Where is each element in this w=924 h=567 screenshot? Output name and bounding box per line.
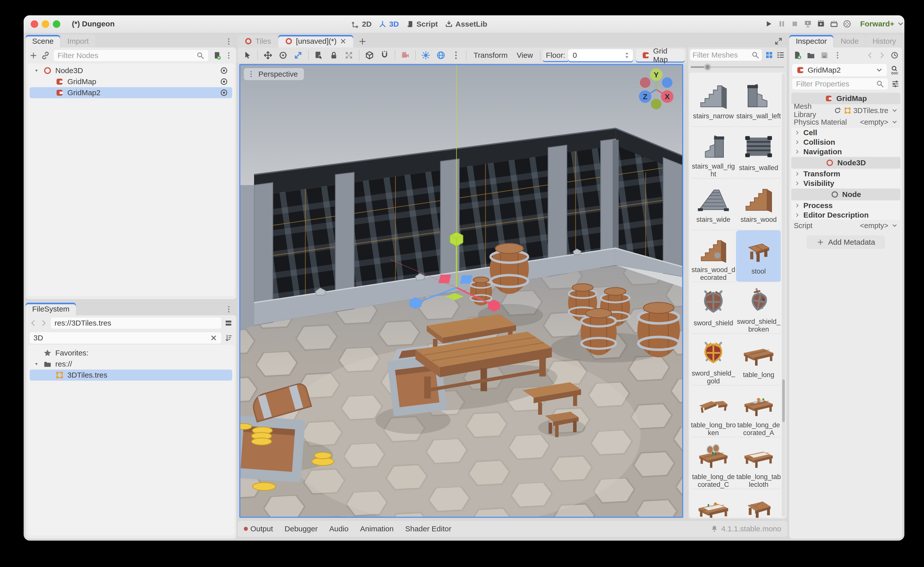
expander-icon[interactable] <box>33 68 40 74</box>
split-view-button[interactable] <box>224 319 233 327</box>
toolbar-menu-button[interactable] <box>448 51 464 60</box>
magnet-tool-button[interactable] <box>377 51 392 60</box>
visibility-toggle[interactable] <box>220 66 228 75</box>
mesh-item-partial-17[interactable] <box>736 489 781 518</box>
floor-spinbox[interactable]: 0 <box>568 49 633 61</box>
node-selector[interactable]: GridMap2 <box>792 63 887 76</box>
camera-tool-button[interactable] <box>398 51 413 60</box>
movie-maker-button[interactable] <box>841 17 853 30</box>
filter-files-input[interactable]: 3D <box>29 332 222 344</box>
zoom-window-button[interactable] <box>53 20 60 28</box>
mesh-item-table_long_decorated_A[interactable]: table_long_decorated_A <box>736 386 781 437</box>
tree-row-favorites-[interactable]: Favorites: <box>30 347 232 358</box>
history-back-icon[interactable] <box>29 319 37 327</box>
transform-menu[interactable]: Transform <box>469 51 512 60</box>
mesh-item-sword_shield_broken[interactable]: sword_shield_broken <box>736 282 781 334</box>
mesh-item-stairs_wide[interactable]: stairs_wide <box>691 178 736 230</box>
mesh-item-table_long[interactable]: table_long <box>736 334 781 386</box>
mesh-item-table_long_tablecloth[interactable]: table_long_tablecloth <box>736 437 781 489</box>
mesh-item-stairs_wood_decorated[interactable]: stairs_wood_decorated <box>691 230 736 282</box>
scene-tree-menu-button[interactable] <box>225 51 233 60</box>
scrollbar-thumb[interactable] <box>782 380 785 422</box>
group-transform[interactable]: Transform <box>791 169 900 178</box>
filter-nodes-input[interactable]: Filter Nodes <box>53 50 209 62</box>
mesh-item-sword_shield[interactable]: sword_shield <box>691 282 736 334</box>
save-resource-button[interactable] <box>820 51 829 60</box>
gridmap-panel-button[interactable]: Grid Map <box>636 49 685 62</box>
open-docs-button[interactable]: DOC <box>890 65 900 75</box>
pause-button[interactable] <box>775 17 788 30</box>
mesh-item-table_long_decorated_C[interactable]: table_long_decorated_C <box>691 437 736 489</box>
scene-tab-unsaved[interactable]: [unsaved](*) <box>278 35 353 48</box>
visibility-toggle[interactable] <box>220 77 228 86</box>
property-script[interactable]: Script<empty> <box>791 220 900 231</box>
history-forward-icon[interactable] <box>878 51 886 59</box>
globe-tool-button[interactable] <box>433 51 448 60</box>
play-button[interactable] <box>762 17 775 30</box>
minimize-window-button[interactable] <box>42 20 49 28</box>
bottom-tab-output[interactable]: Output <box>244 525 273 533</box>
play-custom-scene-button[interactable] <box>828 17 841 30</box>
expand-viewport-icon[interactable] <box>774 37 783 45</box>
property-value[interactable]: 3DTiles.tre <box>853 106 888 115</box>
history-forward-icon[interactable] <box>40 319 48 327</box>
attach-script-button[interactable] <box>212 51 221 60</box>
palette-scrollbar[interactable] <box>782 74 785 517</box>
path-field[interactable]: res://3DTiles.tres <box>50 317 222 329</box>
workspace-tab-assetlib[interactable]: AssetLib <box>442 17 491 31</box>
filter-meshes-input[interactable]: Filter Meshes <box>690 49 762 61</box>
mesh-item-stairs_wood[interactable]: stairs_wood <box>736 178 781 230</box>
select-tool-button[interactable] <box>240 51 255 60</box>
resource-menu-button[interactable] <box>834 51 841 59</box>
new-scene-tab-button[interactable] <box>358 37 367 46</box>
slider-knob[interactable] <box>704 63 711 70</box>
property-value[interactable]: <empty> <box>860 118 888 126</box>
tree-row-node3d[interactable]: Node3D <box>30 65 232 76</box>
scene-menu-button[interactable] <box>225 38 233 45</box>
chevron-down-icon[interactable] <box>891 107 898 114</box>
tree-row-gridmap2[interactable]: GridMap2 <box>30 87 232 98</box>
spin-updown-icon[interactable] <box>623 51 631 59</box>
category-node[interactable]: Node <box>791 189 900 200</box>
group-collision[interactable]: Collision <box>791 137 900 147</box>
bottom-tab-audio[interactable]: Audio <box>329 525 349 533</box>
bottom-tab-animation[interactable]: Animation <box>360 525 394 533</box>
clear-search-icon[interactable] <box>210 334 218 342</box>
chevron-down-icon[interactable] <box>891 119 898 125</box>
mesh-item-stairs_wall_left[interactable]: stairs_wall_left <box>736 75 781 127</box>
mesh-item-stairs_wall_right[interactable]: stairs_wall_right <box>691 127 736 178</box>
inspector-menu-button[interactable] <box>903 38 904 45</box>
group-process[interactable]: Process <box>791 201 900 210</box>
reload-icon[interactable] <box>834 107 841 114</box>
group-editor-description[interactable]: Editor Description <box>791 210 900 220</box>
filesystem-menu-button[interactable] <box>225 305 233 313</box>
scale-tool-button[interactable] <box>291 51 306 60</box>
close-tab-icon[interactable] <box>340 38 347 45</box>
tab-scene[interactable]: Scene <box>26 35 60 48</box>
load-resource-button[interactable] <box>806 51 816 60</box>
workspace-tab-script[interactable]: Script <box>403 17 442 31</box>
tab-history[interactable]: History <box>866 35 902 48</box>
property-mesh-library[interactable]: Mesh Library3DTiles.tre <box>791 105 900 116</box>
renderer-select[interactable]: Forward+ <box>860 20 904 28</box>
mesh-item-partial-16[interactable] <box>691 489 736 518</box>
lock-tool-button[interactable] <box>326 51 341 60</box>
mesh-item-stairs_narrow[interactable]: stairs_narrow <box>691 75 736 127</box>
mesh-item-sword_shield_gold[interactable]: sword_shield_gold <box>691 334 736 386</box>
thumbnail-view-button[interactable] <box>765 51 774 60</box>
mesh-item-stairs_walled[interactable]: stairs_walled <box>736 127 781 178</box>
group-cell[interactable]: Cell <box>791 128 900 137</box>
bottom-tab-debugger[interactable]: Debugger <box>284 525 318 533</box>
tree-row-3dtiles-tres[interactable]: 3DTiles.tres <box>30 369 232 381</box>
thumbnail-zoom-slider[interactable] <box>688 63 787 72</box>
tab-node[interactable]: Node <box>834 35 865 48</box>
3d-viewport[interactable]: Y X Z Perspective <box>239 64 683 518</box>
group-tool-button[interactable] <box>341 51 356 60</box>
instance-scene-button[interactable] <box>41 51 50 60</box>
list-view-button[interactable] <box>776 51 785 60</box>
chevron-down-icon[interactable] <box>891 222 898 229</box>
close-window-button[interactable] <box>31 20 38 28</box>
add-node-button[interactable] <box>29 51 38 60</box>
cube-tool-button[interactable] <box>362 51 377 60</box>
tab-inspector[interactable]: Inspector <box>789 35 833 48</box>
